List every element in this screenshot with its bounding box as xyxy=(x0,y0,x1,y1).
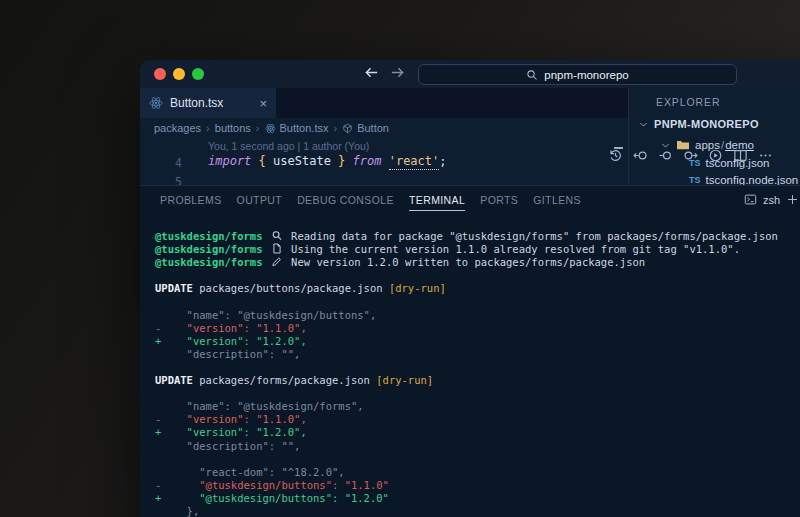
terminal-text: "react-dom": "^18.2.0", xyxy=(155,466,345,478)
new-terminal-plus-icon[interactable] xyxy=(786,193,799,206)
open-changes-icon[interactable] xyxy=(658,148,673,163)
panel-tab-output[interactable]: OUTPUT xyxy=(237,188,283,211)
history-navigation xyxy=(364,65,405,80)
next-change-icon[interactable] xyxy=(683,148,698,163)
breadcrumb-item-button-tsx[interactable]: Button.tsx xyxy=(265,122,329,134)
terminal-text: Using the current version 1.1.0 already … xyxy=(285,243,740,255)
breadcrumb-item-packages[interactable]: packages xyxy=(154,122,201,134)
pencil-icon xyxy=(271,256,283,267)
terminal-text: - "version": "1.1.0", xyxy=(155,322,307,334)
terminal-line: "description": "", xyxy=(155,440,800,453)
back-arrow-icon[interactable] xyxy=(364,65,379,80)
close-window-button[interactable] xyxy=(154,68,166,80)
code-token: import xyxy=(208,154,251,168)
terminal-line xyxy=(155,453,800,466)
terminal-line: + "version": "1.2.0", xyxy=(155,335,800,348)
panel-tab-debug-console[interactable]: DEBUG CONSOLE xyxy=(297,188,394,211)
panel-tab-terminal[interactable]: TERMINAL xyxy=(409,188,465,211)
forward-arrow-icon[interactable] xyxy=(390,65,405,80)
run-icon[interactable] xyxy=(708,148,723,163)
terminal-line xyxy=(155,361,800,374)
tab-button-tsx[interactable]: Button.tsx × xyxy=(140,88,276,118)
terminal-line: "description": "", xyxy=(155,348,800,361)
code-token xyxy=(251,154,258,168)
breadcrumb: packages›buttons›Button.tsx›Button xyxy=(140,118,628,138)
terminal-text: New version 1.2.0 written to packages/fo… xyxy=(285,256,645,268)
code-editor[interactable]: You, 1 second ago | 1 author (You) 4 imp… xyxy=(140,138,628,185)
chevron-right-icon: › xyxy=(206,122,210,134)
breadcrumb-item-button[interactable]: Button xyxy=(342,122,389,134)
terminal-text: - "version": "1.1.0", xyxy=(155,413,307,425)
panel-tab-gitlens[interactable]: GITLENS xyxy=(533,188,581,211)
terminal-line: "react-dom": "^18.2.0", xyxy=(155,466,800,479)
close-tab-icon[interactable]: × xyxy=(259,97,267,110)
terminal-line: + "@tuskdesign/buttons": "1.2.0" xyxy=(155,492,800,505)
terminal-text: [dry-run] xyxy=(376,374,433,386)
breadcrumb-label: buttons xyxy=(215,122,251,134)
terminal-line: @tuskdesign/forms Using the current vers… xyxy=(155,243,800,256)
breadcrumb-label: Button.tsx xyxy=(280,122,329,134)
previous-change-icon[interactable] xyxy=(633,148,648,163)
terminal-text: "name": "@tuskdesign/forms", xyxy=(155,400,364,412)
file-icon xyxy=(271,243,283,254)
magnifier-icon xyxy=(271,230,283,241)
react-icon xyxy=(149,96,163,110)
code-token xyxy=(381,154,388,168)
terminal-shell-controls: zsh xyxy=(744,186,799,213)
terminal-text: - "@tuskdesign/buttons": "1.1.0" xyxy=(155,479,389,491)
bottom-panel: PROBLEMSOUTPUTDEBUG CONSOLETERMINALPORTS… xyxy=(140,185,800,517)
gitlens-blame-annotation: You, 1 second ago | 1 author (You) xyxy=(208,140,369,152)
symbol-class-icon xyxy=(342,123,353,134)
explorer-item-tsconfig-node-json[interactable]: TS tsconfig.node.json xyxy=(689,174,798,185)
terminal-line: + "version": "1.2.0", xyxy=(155,426,800,439)
desktop-background: pnpm-monorepo Button.tsx × packages›butt… xyxy=(0,0,800,517)
terminal-text: @tuskdesign/forms xyxy=(155,243,269,255)
editor-actions xyxy=(608,148,773,163)
terminal-line: @tuskdesign/forms Reading data for packa… xyxy=(155,230,800,243)
search-value: pnpm-monorepo xyxy=(544,69,628,81)
typescript-icon: TS xyxy=(689,175,701,185)
code-token: from xyxy=(353,154,382,168)
line-number: 4 xyxy=(168,156,182,170)
split-editor-icon[interactable] xyxy=(733,148,748,163)
terminal-text: UPDATE xyxy=(155,282,193,294)
panel-tab-ports[interactable]: PORTS xyxy=(480,188,518,211)
terminal-text: + "@tuskdesign/buttons": "1.2.0" xyxy=(155,492,389,504)
terminal-output[interactable]: @tuskdesign/forms Reading data for packa… xyxy=(140,213,800,517)
terminal-text: @tuskdesign/forms xyxy=(155,256,269,268)
terminal-text: + "version": "1.2.0", xyxy=(155,426,307,438)
terminal-line xyxy=(155,295,800,308)
explorer-sidebar: EXPLORER PNPM-MONOREPO apps/demo TS tsco… xyxy=(629,88,800,185)
terminal-line: - "version": "1.1.0", xyxy=(155,322,800,335)
history-icon[interactable] xyxy=(608,148,623,163)
terminal-line: "name": "@tuskdesign/forms", xyxy=(155,400,800,413)
code-token xyxy=(345,154,352,168)
minimize-window-button[interactable] xyxy=(173,68,185,80)
terminal-text: + "version": "1.2.0", xyxy=(155,335,307,347)
terminal-line: - "@tuskdesign/buttons": "1.1.0" xyxy=(155,479,800,492)
chevron-right-icon: › xyxy=(333,122,337,134)
shell-name[interactable]: zsh xyxy=(763,194,780,206)
terminal-line: "name": "@tuskdesign/buttons", xyxy=(155,309,800,322)
breadcrumb-label: Button xyxy=(357,122,389,134)
terminal-line: - "version": "1.1.0", xyxy=(155,413,800,426)
terminal-text: UPDATE xyxy=(155,374,193,386)
terminal-text: @tuskdesign/forms xyxy=(155,230,269,242)
breadcrumb-item-buttons[interactable]: buttons xyxy=(215,122,251,134)
code-token: useState xyxy=(266,154,338,168)
maximize-window-button[interactable] xyxy=(192,68,204,80)
search-icon xyxy=(526,69,538,81)
panel-tab-problems[interactable]: PROBLEMS xyxy=(160,188,222,211)
traffic-lights xyxy=(154,68,204,80)
code-line: 4 import { useState } from 'react'; xyxy=(140,154,628,172)
terminal-line xyxy=(155,269,800,282)
more-actions-icon[interactable] xyxy=(758,148,773,163)
terminal-text: "description": "", xyxy=(155,348,300,360)
terminal-line: @tuskdesign/forms New version 1.2.0 writ… xyxy=(155,256,800,269)
file-label: tsconfig.node.json xyxy=(706,174,799,185)
terminal-text: packages/buttons/package.json xyxy=(193,282,389,294)
command-center-search[interactable]: pnpm-monorepo xyxy=(418,64,737,85)
explorer-root-pnpm-monorepo[interactable]: PNPM-MONOREPO xyxy=(638,118,759,130)
terminal-text: [dry-run] xyxy=(389,282,446,294)
terminal-icon xyxy=(744,193,757,206)
